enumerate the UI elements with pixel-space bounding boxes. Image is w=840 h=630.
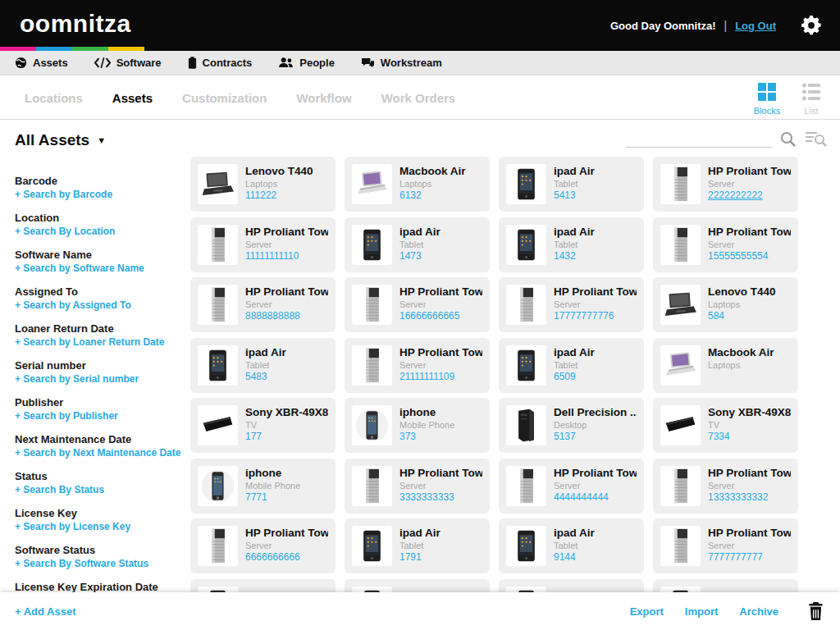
filter-group-status: Status + Search By Status xyxy=(15,470,185,496)
asset-card[interactable]: Sony XBR-49X850. TV 7334 xyxy=(653,398,798,453)
asset-id-link[interactable]: 9144 xyxy=(554,551,595,564)
asset-id-link[interactable]: 6509 xyxy=(554,371,595,383)
asset-card[interactable]: HP Proliant Tow.. Server 3333333333 xyxy=(345,459,490,514)
nav-item-assets[interactable]: Assets xyxy=(15,57,68,69)
asset-id-link[interactable]: 7771 xyxy=(245,491,300,504)
asset-card[interactable]: ipad Air Tablet 5483 xyxy=(190,338,336,393)
asset-id-link[interactable]: 177 xyxy=(245,431,328,443)
asset-card[interactable]: HP Proliant Tow.. Server 11111111110 xyxy=(190,217,336,272)
asset-id-link[interactable]: 13333333332 xyxy=(708,491,791,504)
asset-card[interactable]: ipad Air Tablet 1473 xyxy=(345,217,490,272)
nav-item-contracts[interactable]: Contracts xyxy=(188,57,253,69)
nav-item-software[interactable]: Software xyxy=(94,57,162,69)
asset-card[interactable]: HP Proliant Tow.. Server 17777777776 xyxy=(499,277,644,332)
asset-category: Server xyxy=(399,299,482,310)
asset-card[interactable]: Macbook Air Laptops xyxy=(653,338,798,393)
asset-card[interactable]: ipad Air Tablet 6509 xyxy=(499,338,644,393)
tab-customization[interactable]: Customization xyxy=(182,91,267,105)
filter-search-link[interactable]: + Search by Assigned To xyxy=(15,299,185,312)
asset-id-link[interactable]: 2222222222 xyxy=(708,189,791,202)
filter-search-link[interactable]: + Search by Loaner Return Date xyxy=(15,336,185,349)
asset-category: Tablet xyxy=(399,239,441,250)
asset-card[interactable]: ipad Air Tablet 1791 xyxy=(345,518,490,573)
trash-icon[interactable] xyxy=(808,602,824,621)
asset-id-link[interactable]: 111222 xyxy=(245,189,313,202)
collection-selector[interactable]: All Assets ▼ xyxy=(15,131,106,149)
filter-search-link[interactable]: + Search By Location xyxy=(15,226,185,238)
archive-link[interactable]: Archive xyxy=(739,605,778,618)
filter-search-link[interactable]: + Search by Barcode xyxy=(15,189,185,201)
settings-gear-icon[interactable] xyxy=(801,15,822,36)
search-icon[interactable] xyxy=(780,131,797,148)
asset-name: Macbook Air xyxy=(708,346,774,359)
logout-link[interactable]: Log Out xyxy=(735,20,776,32)
import-link[interactable]: Import xyxy=(685,605,718,618)
asset-card[interactable]: HP Proliant Tow.. Server 15555555554 xyxy=(653,217,798,272)
filter-search-link[interactable]: + Search by License Key xyxy=(15,521,185,533)
asset-id-link[interactable]: 16666666665 xyxy=(399,310,482,322)
asset-card[interactable]: HP Proliant Tow.. Server 16666666665 xyxy=(345,277,490,332)
asset-id-link[interactable]: 15555555554 xyxy=(708,250,791,262)
view-toggle-blocks[interactable]: Blocks xyxy=(750,83,784,116)
asset-card[interactable]: iphone Mobile Phone 373 xyxy=(345,398,490,453)
asset-card[interactable]: Lenovo T440 Laptops 584 xyxy=(653,277,798,332)
tab-assets[interactable]: Assets xyxy=(112,91,153,105)
asset-card[interactable]: iphone Mobile Phone 7771 xyxy=(190,459,336,514)
asset-id-link[interactable]: 11111111110 xyxy=(245,250,328,262)
asset-id-link[interactable]: 5483 xyxy=(245,371,286,383)
asset-card-partial[interactable] xyxy=(345,579,490,593)
asset-card[interactable]: HP Proliant Tow.. Server 7777777777 xyxy=(653,518,798,573)
asset-card-partial[interactable] xyxy=(499,579,644,593)
asset-id-link[interactable]: 8888888888 xyxy=(245,310,328,322)
asset-card[interactable]: HP Proliant Tow.. Server 6666666666 xyxy=(190,518,336,573)
tab-workflow[interactable]: Workflow xyxy=(296,91,351,105)
tab-locations[interactable]: Locations xyxy=(25,91,83,105)
filter-search-link[interactable]: + Search by Serial number xyxy=(15,373,185,386)
advanced-search-icon[interactable] xyxy=(805,130,827,148)
filter-search-link[interactable]: + Search by Publisher xyxy=(15,410,185,422)
add-asset-link[interactable]: + Add Asset xyxy=(15,605,76,618)
asset-card[interactable]: Dell Precision .. Desktop 5137 xyxy=(499,398,644,453)
asset-id-link[interactable]: 5137 xyxy=(554,431,637,443)
search-input[interactable] xyxy=(626,130,772,148)
asset-card[interactable]: HP Proliant Tow.. Server 21111111109 xyxy=(345,338,490,393)
tab-work-orders[interactable]: Work Orders xyxy=(381,91,456,105)
asset-card[interactable]: Sony XBR-49X850. TV 177 xyxy=(190,398,336,453)
asset-id-link[interactable]: 5413 xyxy=(554,189,595,202)
asset-card[interactable]: ipad Air Tablet 1432 xyxy=(499,217,644,272)
nav-item-workstream[interactable]: Workstream xyxy=(361,57,442,69)
asset-id-link[interactable]: 1473 xyxy=(399,250,441,262)
asset-id-link[interactable]: 17777777776 xyxy=(554,310,637,322)
asset-id-link[interactable]: 21111111109 xyxy=(399,371,482,383)
asset-id-link[interactable]: 584 xyxy=(708,310,776,322)
asset-card[interactable]: ipad Air Tablet 5413 xyxy=(499,157,644,212)
asset-id-link[interactable]: 1791 xyxy=(399,551,441,564)
asset-card[interactable]: Lenovo T440 Laptops 111222 xyxy=(190,157,336,212)
asset-card[interactable]: HP Proliant Tow.. Server 2222222222 xyxy=(653,157,798,212)
asset-card-partial[interactable] xyxy=(190,579,336,593)
nav-item-people[interactable]: People xyxy=(278,57,335,69)
asset-id-link[interactable]: 373 xyxy=(399,431,454,443)
asset-id-link[interactable]: 7334 xyxy=(708,431,791,443)
asset-id-link[interactable]: 3333333333 xyxy=(399,491,482,504)
asset-id-link[interactable]: 6666666666 xyxy=(245,551,328,564)
filter-search-link[interactable]: + Search by Software Name xyxy=(15,262,185,275)
filter-search-link[interactable]: + Search By Software Status xyxy=(15,558,185,570)
asset-name: Sony XBR-49X850. xyxy=(708,406,791,419)
asset-card[interactable]: ipad Air Tablet 9144 xyxy=(499,518,644,573)
export-link[interactable]: Export xyxy=(630,605,664,618)
asset-name: HP Proliant Tow.. xyxy=(554,467,637,480)
filter-search-link[interactable]: + Search by Next Maintenance Date xyxy=(15,447,185,459)
asset-id-link[interactable]: 1432 xyxy=(554,250,595,262)
asset-card[interactable]: HP Proliant Tow.. Server 4444444444 xyxy=(499,459,644,514)
view-toggle-list[interactable]: List xyxy=(794,83,829,116)
asset-card-partial[interactable] xyxy=(653,579,798,593)
asset-card[interactable]: Macbook Air Laptops 6132 xyxy=(345,157,490,212)
asset-card[interactable]: HP Proliant Tow.. Server 13333333332 xyxy=(653,459,798,514)
asset-card[interactable]: HP Proliant Tow.. Server 8888888888 xyxy=(190,277,336,332)
filter-search-link[interactable]: + Search By Status xyxy=(15,484,185,496)
view-toggle: Blocks List xyxy=(750,83,829,116)
asset-id-link[interactable]: 6132 xyxy=(399,189,466,202)
asset-id-link[interactable]: 4444444444 xyxy=(554,491,637,504)
asset-id-link[interactable]: 7777777777 xyxy=(708,551,791,564)
